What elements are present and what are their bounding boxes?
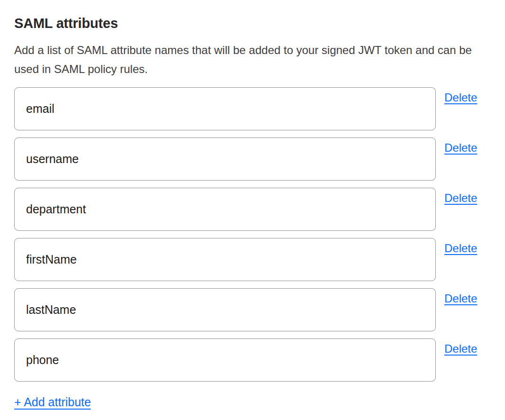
attribute-row: Delete bbox=[14, 188, 491, 231]
attribute-input[interactable] bbox=[14, 238, 436, 281]
attribute-input[interactable] bbox=[14, 188, 436, 231]
attribute-input[interactable] bbox=[14, 137, 436, 181]
delete-attribute-link[interactable]: Delete bbox=[444, 241, 477, 255]
delete-attribute-link[interactable]: Delete bbox=[444, 91, 477, 104]
delete-attribute-link[interactable]: Delete bbox=[444, 141, 477, 155]
attribute-input[interactable] bbox=[14, 87, 436, 130]
delete-attribute-link[interactable]: Delete bbox=[444, 342, 477, 356]
delete-attribute-link[interactable]: Delete bbox=[444, 191, 477, 205]
saml-attributes-section: SAML attributes Add a list of SAML attri… bbox=[0, 0, 505, 420]
attribute-row: Delete bbox=[14, 137, 491, 181]
attribute-row: Delete bbox=[14, 238, 491, 281]
section-title: SAML attributes bbox=[14, 15, 491, 31]
add-attribute-link[interactable]: + Add attribute bbox=[14, 395, 91, 409]
attribute-input[interactable] bbox=[14, 338, 436, 382]
section-description: Add a list of SAML attribute names that … bbox=[14, 41, 483, 79]
attribute-row: Delete bbox=[14, 338, 491, 382]
attribute-row: Delete bbox=[14, 288, 491, 331]
attribute-input[interactable] bbox=[14, 288, 436, 331]
attribute-row: Delete bbox=[14, 87, 491, 130]
delete-attribute-link[interactable]: Delete bbox=[444, 292, 477, 305]
